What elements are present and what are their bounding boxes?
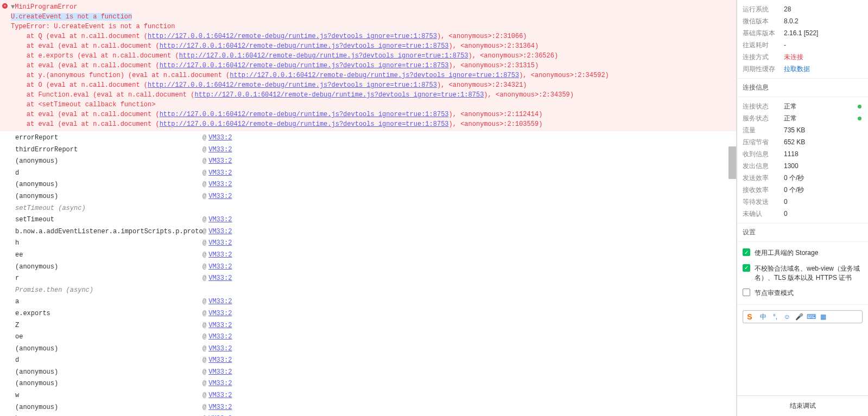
stack-row: b.now.a.addEventListener.a.importScripts… (15, 226, 736, 238)
error-msg-2: TypeError: U.createEvent is not a functi… (11, 22, 736, 31)
ime-lang-icon[interactable]: 中 (759, 313, 767, 321)
scrollbar[interactable] (728, 146, 736, 179)
stack-trace-line: at <setTimeout callback function> (11, 100, 736, 110)
trace-url-link[interactable]: http://127.0.0.1:60412/remote-debug/runt… (160, 111, 449, 118)
conn-row: 未确认0 (743, 208, 863, 220)
stack-trace-line: at Function.eval (eval at n.call.documen… (11, 90, 736, 100)
trace-url-link[interactable]: http://127.0.0.1:60412/remote-debug/runt… (230, 72, 519, 79)
stack-trace-line: at y.(anonymous function) (eval at n.cal… (11, 71, 736, 80)
stack-trace-line: at eval (eval at n.call.document (http:/… (11, 61, 736, 71)
stack-location-link[interactable]: VM33:2 (208, 390, 232, 402)
end-debug-button[interactable]: 结束调试 (737, 395, 868, 416)
stack-location-link[interactable]: VM33:2 (208, 331, 232, 343)
stack-location-link[interactable]: VM33:2 (208, 226, 232, 238)
ime-punct-icon[interactable]: °, (771, 313, 779, 321)
stack-location-link[interactable]: VM33:2 (208, 367, 232, 379)
checkbox-row[interactable]: ✓使用工具端的 Storage (743, 245, 863, 261)
trace-url-link[interactable]: http://127.0.0.1:60412/remote-debug/runt… (160, 62, 449, 69)
error-title: ▼MiniProgramError (11, 2, 736, 12)
async-boundary: Promise.then (async) (15, 285, 736, 297)
checkbox[interactable] (743, 289, 750, 296)
settings-section: 设置 (737, 223, 868, 242)
checkbox-row[interactable]: ✓不校验合法域名、web-view（业务域名）、TLS 版本以及 HTTPS 证… (743, 261, 863, 286)
conn-row: 服务状态正常 (743, 112, 863, 124)
stack-location-link[interactable]: VM33:2 (208, 214, 232, 226)
fetch-data-link[interactable]: 拉取数据 (784, 65, 810, 74)
stack-fn: (anonymous) (15, 367, 202, 379)
ime-emoji-icon[interactable]: ☺ (783, 313, 791, 321)
trace-url-link[interactable]: http://127.0.0.1:60412/remote-debug/runt… (148, 81, 437, 89)
info-row: 连接方式未连接 (743, 51, 863, 63)
stack-location-link[interactable]: VM33:2 (208, 413, 232, 416)
ime-grid-icon[interactable]: ▦ (819, 313, 827, 321)
trace-url-link[interactable]: http://127.0.0.1:60412/remote-debug/runt… (148, 33, 437, 40)
stack-row: b@VM33:2 (15, 413, 736, 416)
stack-location-link[interactable]: VM33:2 (208, 355, 232, 367)
stack-row: errorReport@VM33:2 (15, 132, 736, 144)
conn-row: 接收效率0 个/秒 (743, 184, 863, 196)
stack-fn: (anonymous) (15, 402, 202, 414)
stack-row: (anonymous)@VM33:2 (15, 261, 736, 273)
stack-location-link[interactable]: VM33:2 (208, 296, 232, 308)
trace-url-link[interactable]: http://127.0.0.1:60412/remote-debug/runt… (160, 120, 449, 128)
stack-location-link[interactable]: VM33:2 (208, 168, 232, 180)
async-boundary: setTimeout (async) (15, 203, 736, 215)
stack-location-link[interactable]: VM33:2 (208, 156, 232, 168)
stack-location-link[interactable]: VM33:2 (208, 402, 232, 414)
status-dot-icon (858, 117, 861, 120)
stack-location-link[interactable]: VM33:2 (208, 273, 232, 285)
stack-trace-line: at eval (eval at n.call.document (http:/… (11, 110, 736, 119)
checkbox[interactable]: ✓ (743, 264, 750, 272)
stack-fn: Z (15, 320, 202, 332)
stack-location-link[interactable]: VM33:2 (208, 132, 232, 144)
stack-row: ee@VM33:2 (15, 249, 736, 261)
checkbox-label: 节点审查模式 (755, 289, 794, 298)
stack-location-link[interactable]: VM33:2 (208, 144, 232, 156)
trace-url-link[interactable]: http://127.0.0.1:60412/remote-debug/runt… (194, 91, 484, 99)
stack-location-link[interactable]: VM33:2 (208, 320, 232, 332)
stack-fn: b.now.a.addEventListener.a.importScripts… (15, 226, 202, 238)
stack-location-link[interactable]: VM33:2 (208, 238, 232, 249)
settings-title: 设置 (743, 227, 863, 238)
checkbox-row[interactable]: 节点审查模式 (743, 285, 863, 301)
stack-fn: d (15, 355, 202, 367)
stack-trace-table: errorReport@VM33:2thirdErrorReport@VM33:… (0, 131, 736, 416)
ime-logo-icon: S (743, 311, 756, 323)
info-row: 微信版本8.0.2 (743, 15, 863, 27)
stack-location-link[interactable]: VM33:2 (208, 179, 232, 191)
conn-row: 流量735 KB (743, 124, 863, 136)
stack-fn: (anonymous) (15, 261, 202, 273)
info-row: 基础库版本2.16.1 [522] (743, 27, 863, 39)
stack-fn: b (15, 413, 202, 416)
stack-location-link[interactable]: VM33:2 (208, 249, 232, 261)
stack-location-link[interactable]: VM33:2 (208, 378, 232, 390)
status-dot-icon (858, 105, 861, 108)
stack-row: r@VM33:2 (15, 273, 736, 285)
stack-row: thirdErrorReport@VM33:2 (15, 144, 736, 156)
stack-fn: (anonymous) (15, 343, 202, 355)
stack-trace-line: at O (eval at n.call.document (http://12… (11, 80, 736, 90)
stack-location-link[interactable]: VM33:2 (208, 308, 232, 320)
stack-row: d@VM33:2 (15, 168, 736, 180)
stack-row: (anonymous)@VM33:2 (15, 367, 736, 379)
ime-bar[interactable]: S 中 °, ☺ 🎤 ⌨ ▦ (743, 310, 863, 323)
stack-fn: thirdErrorReport (15, 144, 202, 156)
trace-url-link[interactable]: http://127.0.0.1:60412/remote-debug/runt… (179, 52, 468, 60)
stack-row: a@VM33:2 (15, 296, 736, 308)
checkbox[interactable]: ✓ (743, 248, 750, 256)
stack-fn: e.exports (15, 308, 202, 320)
stack-fn: setTimeout (15, 214, 202, 226)
console-panel: VM33:2 ✕ ▼MiniProgramError U.createEvent… (0, 0, 737, 416)
stack-row: (anonymous)@VM33:2 (15, 402, 736, 414)
stack-fn: a (15, 296, 202, 308)
trace-url-link[interactable]: http://127.0.0.1:60412/remote-debug/runt… (160, 42, 449, 50)
stack-location-link[interactable]: VM33:2 (208, 191, 232, 203)
stack-fn: (anonymous) (15, 179, 202, 191)
error-msg-1: U.createEvent is not a function (11, 12, 736, 22)
ime-keyboard-icon[interactable]: ⌨ (807, 313, 815, 321)
stack-location-link[interactable]: VM33:2 (208, 343, 232, 355)
ime-mic-icon[interactable]: 🎤 (795, 313, 803, 321)
settings-checkboxes: ✓使用工具端的 Storage✓不校验合法域名、web-view（业务域名）、T… (737, 242, 868, 305)
stack-location-link[interactable]: VM33:2 (208, 261, 232, 273)
stack-row: oe@VM33:2 (15, 331, 736, 343)
